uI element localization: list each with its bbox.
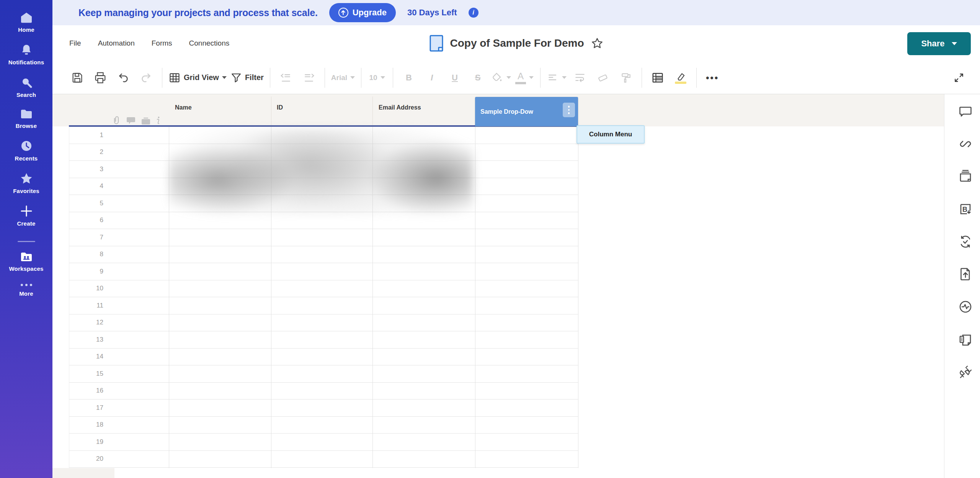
menu-automation[interactable]: Automation	[98, 39, 135, 47]
info-icon[interactable]: i	[469, 8, 479, 18]
table-row[interactable]: 7	[69, 229, 578, 246]
row-number[interactable]: 16	[69, 387, 103, 395]
wrap-text-button[interactable]	[570, 68, 590, 88]
share-button[interactable]: Share	[907, 32, 971, 55]
undo-button[interactable]	[114, 68, 133, 88]
sidebar-item-notifications[interactable]: Notifications	[0, 44, 52, 65]
align-button[interactable]	[547, 68, 567, 88]
sidebar-item-search[interactable]: Search	[0, 77, 52, 98]
row-number[interactable]: 8	[69, 250, 103, 258]
table-row[interactable]: 19	[69, 434, 578, 451]
font-family-select[interactable]: Arial	[331, 68, 355, 88]
column-header-email[interactable]: Email Address	[379, 104, 421, 111]
table-row[interactable]: 10	[69, 280, 578, 298]
strikethrough-button[interactable]: S	[468, 68, 487, 88]
row-number[interactable]: 9	[69, 268, 103, 275]
table-row[interactable]: 13	[69, 331, 578, 349]
row-number[interactable]: 19	[69, 438, 103, 446]
save-button[interactable]	[68, 68, 87, 88]
row-number[interactable]: 4	[69, 182, 103, 190]
table-row[interactable]: 2	[69, 144, 578, 161]
table-row[interactable]: 16	[69, 383, 578, 400]
bold-button[interactable]: B	[399, 68, 418, 88]
column-header-name[interactable]: Name	[175, 104, 192, 111]
connections-icon[interactable]	[958, 365, 973, 379]
menu-connections[interactable]: Connections	[189, 39, 230, 47]
table-row[interactable]: 11	[69, 297, 578, 314]
redo-button[interactable]	[137, 68, 156, 88]
table-row[interactable]: 15	[69, 365, 578, 383]
row-number[interactable]: 7	[69, 234, 103, 241]
sidebar-item-recents[interactable]: Recents	[0, 140, 52, 162]
row-number[interactable]: 18	[69, 421, 103, 429]
comment-column-icon[interactable]	[126, 116, 136, 125]
activity-log-icon[interactable]	[958, 300, 973, 314]
table-row[interactable]: 12	[69, 314, 578, 332]
row-number[interactable]: 3	[69, 165, 103, 173]
attachments-icon[interactable]	[958, 137, 973, 151]
row-number[interactable]: 12	[69, 319, 103, 326]
proofs-icon[interactable]	[958, 169, 973, 184]
column-menu-kebab-icon[interactable]	[563, 103, 575, 117]
row-number[interactable]: 6	[69, 216, 103, 224]
sidebar-item-browse[interactable]: Browse	[0, 109, 52, 129]
sidebar-item-more[interactable]: More	[0, 283, 52, 297]
info-column-icon[interactable]	[156, 116, 160, 125]
table-row[interactable]: 8	[69, 246, 578, 264]
sidebar-item-home[interactable]: Home	[0, 12, 52, 33]
table-row[interactable]: 17	[69, 399, 578, 417]
menu-file[interactable]: File	[69, 39, 81, 47]
publish-icon[interactable]	[958, 267, 973, 282]
font-size-select[interactable]: 10	[368, 68, 387, 88]
row-number[interactable]: 1	[69, 131, 103, 139]
table-row[interactable]: 18	[69, 417, 578, 434]
row-number[interactable]: 20	[69, 455, 103, 463]
favorite-star-icon[interactable]	[591, 37, 603, 49]
row-number[interactable]: 15	[69, 370, 103, 378]
eraser-button[interactable]	[593, 68, 612, 88]
table-row[interactable]: 3	[69, 161, 578, 178]
format-painter-button[interactable]	[616, 68, 635, 88]
attachment-column-icon[interactable]	[113, 116, 121, 125]
upgrade-button[interactable]: Upgrade	[329, 3, 396, 22]
table-row[interactable]: 6	[69, 212, 578, 229]
italic-button[interactable]: I	[422, 68, 441, 88]
text-color-button[interactable]: A	[515, 68, 534, 88]
outdent-button[interactable]	[276, 68, 296, 88]
table-row[interactable]: 4	[69, 178, 578, 195]
print-button[interactable]	[91, 68, 110, 88]
fill-color-button[interactable]	[491, 68, 511, 88]
fullscreen-button[interactable]	[949, 68, 969, 88]
sidebar-item-favorites[interactable]: Favorites	[0, 173, 52, 194]
row-number[interactable]: 17	[69, 404, 103, 412]
sidebar-item-workspaces[interactable]: Workspaces	[0, 252, 52, 272]
more-options-button[interactable]: •••	[703, 68, 722, 88]
conversations-icon[interactable]	[958, 104, 973, 119]
page-title[interactable]: Copy of Sample For Demo	[450, 37, 584, 49]
row-number[interactable]: 11	[69, 302, 103, 309]
update-requests-icon[interactable]	[958, 234, 973, 249]
sidebar-item-create[interactable]: Create	[0, 205, 52, 227]
row-number[interactable]: 14	[69, 353, 103, 360]
highlight-button[interactable]	[671, 68, 690, 88]
view-switcher[interactable]: Grid View	[168, 68, 227, 88]
selected-column-header[interactable]: Sample Drop-Dow	[475, 97, 578, 126]
sheet-summary-icon[interactable]	[958, 332, 973, 347]
row-number[interactable]: 2	[69, 148, 103, 156]
table-row[interactable]: 9	[69, 263, 578, 280]
row-number[interactable]: 5	[69, 200, 103, 207]
brandfolder-icon[interactable]: B	[958, 202, 973, 216]
table-row[interactable]: 5	[69, 195, 578, 212]
menu-forms[interactable]: Forms	[152, 39, 172, 47]
table-row[interactable]: 1	[69, 127, 578, 144]
indent-button[interactable]	[299, 68, 318, 88]
column-header-id[interactable]: ID	[277, 104, 283, 111]
filter-button[interactable]: Filter	[230, 68, 264, 88]
cell-borders-button[interactable]	[648, 68, 667, 88]
table-row[interactable]: 20	[69, 451, 578, 468]
row-number[interactable]: 13	[69, 336, 103, 344]
proof-column-icon[interactable]	[141, 118, 150, 125]
underline-button[interactable]: U	[445, 68, 464, 88]
table-row[interactable]: 14	[69, 349, 578, 366]
row-number[interactable]: 10	[69, 285, 103, 292]
